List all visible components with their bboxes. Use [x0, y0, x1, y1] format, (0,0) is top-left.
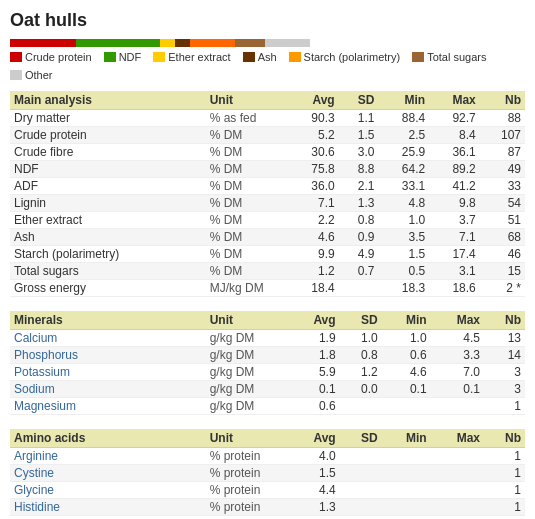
row-name-link[interactable]: Sodium — [14, 382, 55, 396]
row-name[interactable]: Glycine — [10, 482, 206, 499]
legend-swatch — [412, 52, 424, 62]
row-avg: 4.4 — [288, 482, 340, 499]
row-sd — [340, 398, 382, 415]
row-name[interactable]: Histidine — [10, 499, 206, 516]
row-nb: 2 * — [480, 280, 525, 297]
legend-label: Starch (polarimetry) — [304, 51, 401, 63]
row-nb: 88 — [480, 110, 525, 127]
row-unit: % protein — [206, 482, 288, 499]
row-name[interactable]: Potassium — [10, 364, 206, 381]
row-name-link[interactable]: Arginine — [14, 449, 58, 463]
table-row: Starch (polarimetry)% DM9.94.91.517.446 — [10, 246, 525, 263]
row-min: 0.6 — [382, 347, 431, 364]
amino-nb-header: Nb — [484, 429, 525, 448]
row-name: Gross energy — [10, 280, 206, 297]
row-nb: 49 — [480, 161, 525, 178]
row-nb: 46 — [480, 246, 525, 263]
row-min: 0.5 — [379, 263, 430, 280]
row-nb: 107 — [480, 127, 525, 144]
row-unit: % DM — [206, 195, 288, 212]
row-name: NDF — [10, 161, 206, 178]
row-name-link[interactable]: Magnesium — [14, 399, 76, 413]
row-max: 8.4 — [429, 127, 480, 144]
row-name[interactable]: Sodium — [10, 381, 206, 398]
row-sd: 8.8 — [339, 161, 379, 178]
row-name-link[interactable]: Potassium — [14, 365, 70, 379]
row-name-link[interactable]: Histidine — [14, 500, 60, 514]
table-row: Ash% DM4.60.93.57.168 — [10, 229, 525, 246]
row-name[interactable]: Arginine — [10, 448, 206, 465]
row-name-link[interactable]: Phosphorus — [14, 348, 78, 362]
row-min: 1.0 — [379, 212, 430, 229]
row-min: 88.4 — [379, 110, 430, 127]
legend-swatch — [10, 70, 22, 80]
color-bar-segment — [10, 39, 76, 47]
avg-header: Avg — [288, 91, 339, 110]
row-sd: 2.1 — [339, 178, 379, 195]
row-max: 7.0 — [431, 364, 484, 381]
row-sd: 4.9 — [339, 246, 379, 263]
row-sd: 0.8 — [339, 212, 379, 229]
row-avg: 9.9 — [288, 246, 339, 263]
row-sd — [340, 465, 382, 482]
max-header: Max — [429, 91, 480, 110]
row-sd: 1.3 — [339, 195, 379, 212]
legend-swatch — [153, 52, 165, 62]
row-name[interactable]: Calcium — [10, 330, 206, 347]
row-max: 0.1 — [431, 381, 484, 398]
amino-unit-header: Unit — [206, 429, 288, 448]
legend-swatch — [289, 52, 301, 62]
row-name[interactable]: Cystine — [10, 465, 206, 482]
row-nb: 1 — [484, 482, 525, 499]
nb-header: Nb — [480, 91, 525, 110]
row-name[interactable]: Magnesium — [10, 398, 206, 415]
row-max: 3.7 — [429, 212, 480, 229]
row-sd: 1.1 — [339, 110, 379, 127]
table-row: Cystine% protein1.51 — [10, 465, 525, 482]
row-min: 4.8 — [379, 195, 430, 212]
row-unit: % protein — [206, 465, 288, 482]
row-name-link[interactable]: Glycine — [14, 483, 54, 497]
minerals-sd-header: SD — [340, 311, 382, 330]
minerals-table: Minerals Unit Avg SD Min Max Nb Calciumg… — [10, 311, 525, 415]
table-row: Isoleucine% protein3.41 — [10, 516, 525, 520]
row-avg: 0.1 — [288, 381, 340, 398]
row-name: Lignin — [10, 195, 206, 212]
row-min: 0.1 — [382, 381, 431, 398]
row-unit: % DM — [206, 178, 288, 195]
table-row: Sodiumg/kg DM0.10.00.10.13 — [10, 381, 525, 398]
row-name: Dry matter — [10, 110, 206, 127]
row-name-link[interactable]: Calcium — [14, 331, 57, 345]
row-min — [382, 516, 431, 520]
color-bar-segment — [235, 39, 265, 47]
color-bar — [10, 39, 310, 47]
row-sd — [340, 482, 382, 499]
row-sd: 0.9 — [339, 229, 379, 246]
row-min: 1.5 — [379, 246, 430, 263]
table-row: Gross energyMJ/kg DM18.418.318.62 * — [10, 280, 525, 297]
row-nb: 1 — [484, 516, 525, 520]
row-unit: % protein — [206, 448, 288, 465]
table-row: Potassiumg/kg DM5.91.24.67.03 — [10, 364, 525, 381]
table-row: Total sugars% DM1.20.70.53.115 — [10, 263, 525, 280]
row-name-link[interactable]: Cystine — [14, 466, 54, 480]
row-name[interactable]: Isoleucine — [10, 516, 206, 520]
row-unit: % DM — [206, 161, 288, 178]
row-nb: 54 — [480, 195, 525, 212]
row-nb: 14 — [484, 347, 525, 364]
min-header: Min — [379, 91, 430, 110]
row-name[interactable]: Phosphorus — [10, 347, 206, 364]
row-min: 2.5 — [379, 127, 430, 144]
row-nb: 1 — [484, 499, 525, 516]
row-unit: % protein — [206, 516, 288, 520]
minerals-unit-header: Unit — [206, 311, 288, 330]
legend-item: Total sugars — [412, 51, 486, 63]
row-unit: g/kg DM — [206, 364, 288, 381]
legend-swatch — [10, 52, 22, 62]
row-max — [431, 482, 484, 499]
row-sd: 0.0 — [340, 381, 382, 398]
legend: Crude proteinNDFEther extractAshStarch (… — [10, 51, 525, 81]
sd-header: SD — [339, 91, 379, 110]
row-max: 9.8 — [429, 195, 480, 212]
table-row: Calciumg/kg DM1.91.01.04.513 — [10, 330, 525, 347]
